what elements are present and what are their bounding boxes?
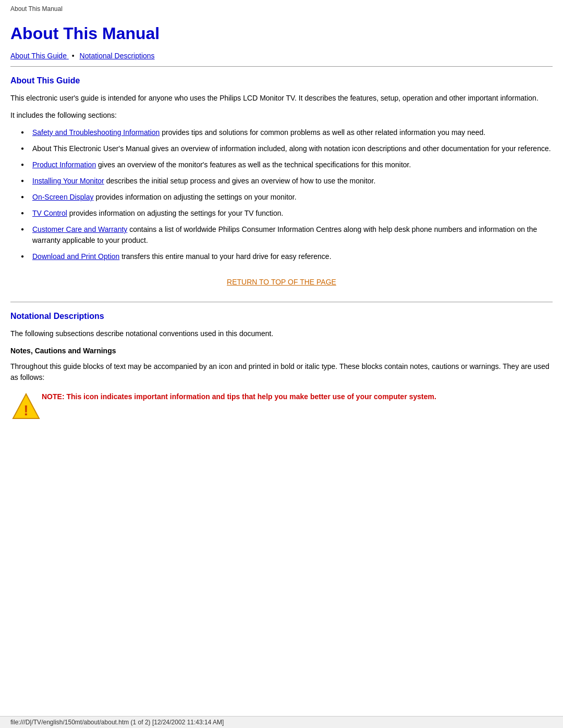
list-item: Product Information gives an overview of…	[21, 159, 553, 170]
warning-body: Throughout this guide blocks of text may…	[10, 361, 553, 383]
divider-top	[10, 66, 553, 67]
footer-text: file:///D|/TV/english/150mt/about/about.…	[10, 719, 224, 726]
section1-intro2: It includes the following sections:	[10, 110, 553, 121]
nav-link-notational[interactable]: Notational Descriptions	[80, 52, 155, 60]
link-osd[interactable]: On-Screen Display	[32, 193, 94, 201]
browser-tab-title: About This Manual	[10, 5, 63, 13]
link-installing[interactable]: Installing Your Monitor	[32, 177, 104, 185]
link-customer-care[interactable]: Customer Care and Warranty	[32, 225, 127, 233]
browser-tab: About This Manual	[10, 4, 553, 14]
section2-title: Notational Descriptions	[10, 312, 553, 321]
page-title: About This Manual	[10, 24, 553, 43]
list-item: Safety and Troubleshooting Information p…	[21, 127, 553, 138]
link-download[interactable]: Download and Print Option	[32, 252, 119, 261]
section1-intro1: This electronic user's guide is intended…	[10, 93, 553, 104]
link-tv-control[interactable]: TV Control	[32, 209, 67, 217]
footer: file:///D|/TV/english/150mt/about/about.…	[0, 716, 563, 728]
link-product-info[interactable]: Product Information	[32, 161, 96, 169]
note-container: ! NOTE: This icon indicates important in…	[10, 391, 553, 423]
list-item: Customer Care and Warranty contains a li…	[21, 224, 553, 246]
divider-middle	[10, 302, 553, 302]
section1-title: About This Guide	[10, 76, 553, 85]
section-about-guide: About This Guide This electronic user's …	[10, 76, 553, 286]
return-to-top-link[interactable]: RETURN TO TOP OF THE PAGE	[227, 278, 336, 286]
warning-icon: !	[10, 391, 42, 423]
bullet-list: Safety and Troubleshooting Information p…	[21, 127, 553, 262]
list-item: On-Screen Display provides information o…	[21, 192, 553, 203]
nav-separator: •	[72, 52, 75, 60]
return-link-container: RETURN TO TOP OF THE PAGE	[10, 278, 553, 286]
svg-text:!: !	[23, 402, 28, 418]
link-safety[interactable]: Safety and Troubleshooting Information	[32, 128, 160, 137]
section2-intro: The following subsections describe notat…	[10, 328, 553, 339]
section-notational: Notational Descriptions The following su…	[10, 312, 553, 423]
nav-link-about-guide[interactable]: About This Guide	[10, 52, 69, 60]
subsection-title: Notes, Cautions and Warnings	[10, 347, 553, 355]
list-item: TV Control provides information on adjus…	[21, 208, 553, 219]
nav-links: About This Guide • Notational Descriptio…	[10, 52, 553, 60]
list-item: About This Electronic User's Manual give…	[21, 143, 553, 154]
list-item: Download and Print Option transfers this…	[21, 251, 553, 262]
note-text: NOTE: This icon indicates important info…	[42, 391, 436, 402]
list-item: Installing Your Monitor describes the in…	[21, 176, 553, 187]
